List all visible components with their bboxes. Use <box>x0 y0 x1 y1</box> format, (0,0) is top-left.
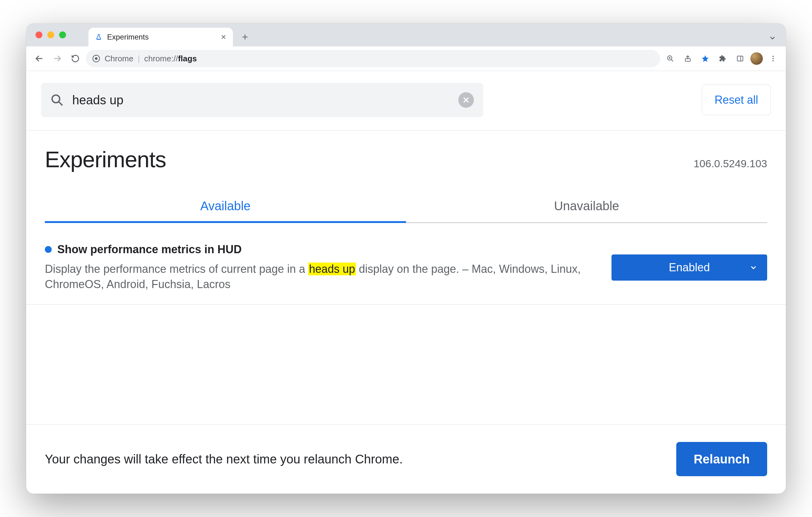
search-row: Reset all <box>26 71 786 131</box>
search-icon <box>51 93 63 107</box>
svg-rect-9 <box>737 56 743 61</box>
bookmark-star-icon[interactable] <box>698 51 713 66</box>
chevron-down-icon <box>749 263 758 272</box>
flask-icon <box>95 34 102 40</box>
flag-search-input[interactable] <box>71 93 450 108</box>
page-content: Reset all Experiments 106.0.5249.103 Ava… <box>26 71 786 494</box>
flag-state-select[interactable]: Enabled <box>611 254 767 281</box>
clear-search-icon[interactable] <box>458 92 474 108</box>
close-tab-icon[interactable]: × <box>221 33 226 41</box>
flag-desc-before: Display the performance metrics of curre… <box>45 263 308 275</box>
separator-icon: | <box>138 54 140 63</box>
flag-title: Show performance metrics in HUD <box>45 243 599 256</box>
side-panel-icon[interactable] <box>733 51 747 66</box>
window-maximize-button[interactable] <box>59 31 66 38</box>
svg-line-5 <box>671 59 673 61</box>
browser-tab[interactable]: Experiments × <box>88 28 233 47</box>
chrome-version: 106.0.5249.103 <box>694 157 767 170</box>
svg-line-15 <box>59 102 62 105</box>
window-controls <box>35 31 66 38</box>
svg-point-11 <box>773 56 774 57</box>
page-header: Experiments 106.0.5249.103 <box>26 131 786 172</box>
flag-state-value: Enabled <box>669 261 710 274</box>
relaunch-message: Your changes will take effect the next t… <box>45 452 403 466</box>
url-text: chrome://flags <box>144 54 197 63</box>
tab-unavailable[interactable]: Unavailable <box>406 192 767 223</box>
flag-title-text: Show performance metrics in HUD <box>57 243 241 256</box>
flag-row: Show performance metrics in HUD Display … <box>26 223 786 305</box>
zoom-icon[interactable] <box>663 51 677 66</box>
tab-title: Experiments <box>107 33 148 41</box>
relaunch-footer: Your changes will take effect the next t… <box>26 424 786 494</box>
browser-window: Experiments × + Chrome | chrome://f <box>26 23 786 494</box>
svg-point-3 <box>95 57 98 60</box>
relaunch-button[interactable]: Relaunch <box>676 442 767 476</box>
chrome-icon <box>92 55 100 63</box>
reload-button[interactable] <box>68 51 83 66</box>
tab-available[interactable]: Available <box>45 192 406 223</box>
back-button[interactable] <box>32 51 47 66</box>
page-title: Experiments <box>45 147 166 172</box>
svg-point-14 <box>52 95 60 103</box>
status-dot-icon <box>45 246 52 253</box>
origin-label: Chrome <box>105 54 133 63</box>
svg-point-13 <box>773 60 774 61</box>
share-icon[interactable] <box>680 51 695 66</box>
forward-button[interactable] <box>50 51 65 66</box>
kebab-menu-icon[interactable] <box>766 51 780 66</box>
flag-search-box[interactable] <box>41 83 483 117</box>
tab-overflow-icon[interactable] <box>768 34 777 42</box>
svg-point-12 <box>773 58 774 59</box>
titlebar: Experiments × + <box>26 23 786 47</box>
browser-toolbar: Chrome | chrome://flags <box>26 47 786 71</box>
window-minimize-button[interactable] <box>47 31 54 38</box>
profile-avatar[interactable] <box>750 52 763 65</box>
address-bar[interactable]: Chrome | chrome://flags <box>86 50 660 67</box>
flag-info: Show performance metrics in HUD Display … <box>45 243 599 292</box>
new-tab-button[interactable]: + <box>237 29 253 45</box>
tab-strip: Experiments × + <box>88 23 786 47</box>
url-prefix: chrome:// <box>144 54 178 63</box>
reset-all-button[interactable]: Reset all <box>702 85 771 115</box>
flag-tabs: Available Unavailable <box>45 192 767 223</box>
extensions-icon[interactable] <box>716 51 730 66</box>
flag-desc-highlight: heads up <box>308 263 355 275</box>
flag-description: Display the performance metrics of curre… <box>45 262 599 292</box>
url-path: flags <box>178 54 197 63</box>
window-close-button[interactable] <box>35 31 42 38</box>
